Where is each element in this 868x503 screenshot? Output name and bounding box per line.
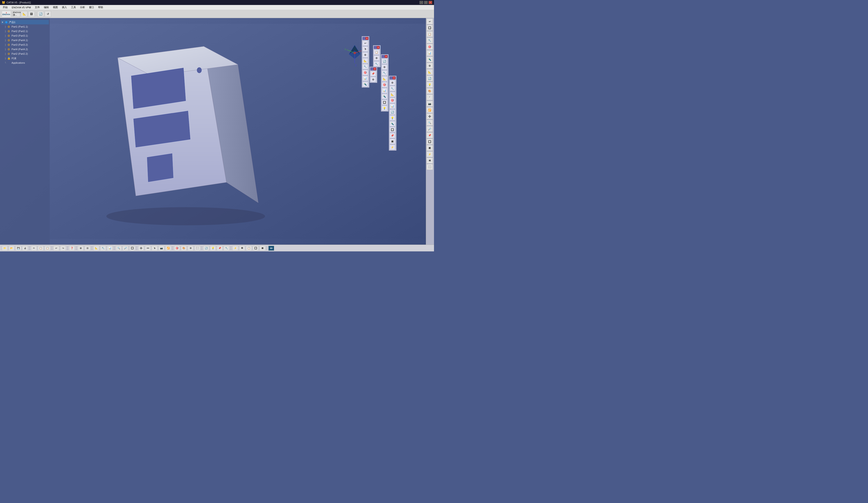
right-btn-7[interactable]: 🔦 <box>426 56 433 62</box>
float-tb1-btn8[interactable]: 🔦 <box>362 82 368 87</box>
right-btn-21[interactable]: 🔳 <box>426 145 433 151</box>
status-btn-refresh[interactable]: 🔄 <box>203 246 209 251</box>
float-tb1-btn3[interactable]: ⚙ <box>362 52 368 57</box>
float-tb4-btn4[interactable]: 📐 <box>382 76 388 82</box>
tree-item-part2b[interactable]: ├ ⚙ Part2 (Part2.2) <box>1 52 49 56</box>
float-tb2-btn1[interactable]: 📋 <box>374 50 380 55</box>
status-btn-square[interactable]: 🔲 <box>253 246 259 251</box>
status-btn-settings[interactable]: ⚙ <box>188 246 194 251</box>
status-btn-save[interactable]: 💾 <box>16 246 21 251</box>
right-btn-23[interactable]: 🛠 <box>426 158 433 164</box>
right-btn-15[interactable]: 🔁 <box>426 107 433 113</box>
float-tb3-btn1[interactable]: 📌 <box>370 71 376 76</box>
float-tb4-btn9[interactable]: 💡 <box>382 105 388 111</box>
float-tb1-btn7[interactable]: 📊 <box>362 76 368 81</box>
float-toolbar-3-header[interactable]: ✕ <box>370 67 376 71</box>
status-btn-fit[interactable]: 🔲 <box>129 246 135 251</box>
float-tb5-btn10[interactable]: 📌 <box>390 133 395 138</box>
status-btn-analyze[interactable]: 🔧 <box>100 246 106 251</box>
right-btn-20[interactable]: 🔲 <box>426 139 433 145</box>
status-btn-view3[interactable]: 🖱 <box>152 246 157 251</box>
status-btn-new[interactable]: 📁 <box>2 246 8 251</box>
status-btn-catia-logo[interactable]: 3D <box>268 246 274 251</box>
right-btn-18[interactable]: 🔎 <box>426 126 433 132</box>
menu-tools[interactable]: 工具 <box>69 5 78 10</box>
float-tb5-btn7[interactable]: 💡 <box>390 115 395 120</box>
float-toolbar-5-close[interactable]: ✕ <box>393 76 395 79</box>
menu-analyze[interactable]: 分析 <box>78 5 87 10</box>
status-btn-clipboard[interactable]: 📋 <box>246 246 252 251</box>
float-tb1-btn1[interactable]: ↩ <box>362 40 368 46</box>
float-toolbar-2-close[interactable]: ✕ <box>377 46 380 49</box>
right-btn-16[interactable]: ➕ <box>426 113 433 119</box>
float-toolbar-2-header[interactable]: ✕ <box>374 46 380 49</box>
status-btn-cut[interactable]: ✂ <box>31 246 37 251</box>
right-btn-17[interactable]: 🔍 <box>426 120 433 126</box>
menu-enovia[interactable]: ENOVIA V5 VPM <box>10 6 32 9</box>
tree-item-part3[interactable]: ├ ⚙ Part3 (Part3.1) <box>1 33 49 38</box>
status-btn-palette[interactable]: 🎨 <box>181 246 187 251</box>
right-btn-10[interactable]: 🔄 <box>426 75 433 81</box>
float-toolbar-3-close[interactable]: ✕ <box>373 67 376 70</box>
float-tb5-btn9[interactable]: 🔲 <box>390 127 395 132</box>
float-tb1-btn6[interactable]: 🎯 <box>362 70 368 75</box>
status-btn-view5[interactable]: 🔁 <box>165 246 171 251</box>
toolbar-btn-1[interactable]: 📐 <box>21 11 27 17</box>
tree-item-product1[interactable]: ▼ 🔷 产品1 <box>1 20 49 24</box>
right-btn-11[interactable]: 💡 <box>426 82 433 88</box>
float-tb5-btn12[interactable]: ⚡ <box>390 145 395 150</box>
status-btn-zoom-out[interactable]: 🔎 <box>123 246 128 251</box>
float-tb4-btn5[interactable]: 🎯 <box>382 82 388 87</box>
status-btn-copy[interactable]: 📋 <box>38 246 44 251</box>
tree-item-part4b[interactable]: ├ ⚙ Part4 (Part4.2) <box>1 47 49 52</box>
float-tb4-btn3[interactable]: 🔧 <box>382 70 388 76</box>
right-btn-1[interactable]: ↩ <box>426 19 433 24</box>
maximize-button[interactable]: □ <box>424 1 428 4</box>
tree-item-part2[interactable]: ├ ⚙ Part2 (Part2.1) <box>1 29 49 33</box>
float-tb5-btn5[interactable]: 📊 <box>390 103 395 109</box>
menu-file[interactable]: 文件 <box>33 5 42 10</box>
toolbar-btn-3[interactable]: 🔄 <box>38 11 44 17</box>
right-btn-13[interactable]: 🖱️ <box>426 94 433 100</box>
status-btn-grid[interactable]: ⊞ <box>78 246 84 251</box>
right-btn-24[interactable]: ⛶ <box>426 164 433 170</box>
right-btn-4[interactable]: 🔧 <box>426 38 433 43</box>
status-btn-target[interactable]: 🎯 <box>174 246 180 251</box>
float-tb5-btn1[interactable]: ⚙ <box>390 80 395 85</box>
close-button[interactable]: ✕ <box>428 1 432 4</box>
float-tb4-btn2[interactable]: ⚙ <box>382 64 388 70</box>
status-btn-lightning[interactable]: ⚡ <box>232 246 238 251</box>
status-btn-pin[interactable]: 📌 <box>217 246 223 251</box>
menu-start[interactable]: 开始 <box>1 5 10 10</box>
menu-view[interactable]: 视图 <box>51 5 60 10</box>
float-toolbar-1-close[interactable]: ✕ <box>365 37 368 40</box>
float-tb4-btn1[interactable]: 🔄 <box>382 59 388 64</box>
minimize-button[interactable]: − <box>420 1 423 4</box>
tree-item-applications[interactable]: └ Applications <box>1 61 49 65</box>
right-btn-19[interactable]: 📌 <box>426 132 433 138</box>
float-tb5-btn4[interactable]: 🎯 <box>390 97 395 103</box>
status-btn-view2[interactable]: ➖ <box>145 246 151 251</box>
toolbar-enovia-search[interactable]: ENOVIA搜... <box>14 11 20 17</box>
float-tb2-btn2[interactable]: ⚙ <box>374 55 380 61</box>
status-btn-snap[interactable]: ⊟ <box>84 246 90 251</box>
float-tb5-btn6[interactable]: 🔄 <box>390 109 395 115</box>
toolbar-btn-2[interactable]: 🖼 <box>28 11 34 17</box>
status-btn-undo[interactable]: ↩ <box>53 246 59 251</box>
status-btn-light[interactable]: 💡 <box>210 246 216 251</box>
status-btn-view4[interactable]: 📷 <box>158 246 164 251</box>
right-btn-6[interactable]: 📊 <box>426 50 433 56</box>
toolbar-btn-4[interactable]: ↺ <box>45 11 51 17</box>
right-btn-5[interactable]: 🎯 <box>426 44 433 50</box>
menu-help[interactable]: 帮助 <box>96 5 105 10</box>
status-btn-zoom-in[interactable]: 🔍 <box>116 246 122 251</box>
float-toolbar-4-close[interactable]: ✕ <box>385 55 388 58</box>
right-btn-3[interactable]: 📋 <box>426 31 433 37</box>
float-toolbar-5-header[interactable]: ✕ <box>390 76 396 80</box>
status-btn-open[interactable]: 📂 <box>9 246 14 251</box>
float-tb5-btn2[interactable]: 🔧 <box>390 86 395 91</box>
right-btn-12[interactable]: 🎨 <box>426 88 433 94</box>
status-btn-redo[interactable]: ↪ <box>60 246 66 251</box>
status-btn-tools[interactable]: 🛠 <box>239 246 245 251</box>
tree-item-part4[interactable]: ├ ⚙ Part4 (Part4.1) <box>1 38 49 42</box>
